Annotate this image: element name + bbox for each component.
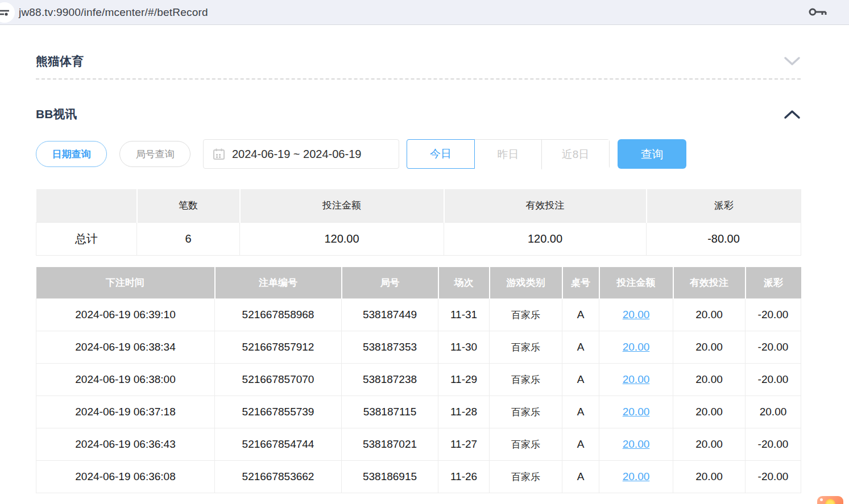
cell-payout: -20.00 <box>746 299 801 331</box>
yesterday-button[interactable]: 昨日 <box>475 140 542 169</box>
chevron-up-icon[interactable] <box>784 109 801 119</box>
cell-session: 11-29 <box>438 364 490 396</box>
section-title-panda: 熊猫体育 <box>36 53 84 69</box>
cell-bet-amount: 20.00 <box>599 461 673 493</box>
cell-bet-id: 521667853662 <box>215 461 342 493</box>
header-game-type: 游戏类别 <box>490 267 562 299</box>
header-bet-amount: 投注金额 <box>599 267 673 299</box>
cell-valid-bet: 20.00 <box>673 331 746 364</box>
cell-bet-id: 521667857070 <box>215 364 342 396</box>
header-bet-id: 注单编号 <box>215 267 342 299</box>
cell-bet-amount: 20.00 <box>599 331 673 364</box>
password-key-icon[interactable] <box>808 6 827 20</box>
header-session: 场次 <box>438 267 490 299</box>
cell-bet-time: 2024-06-19 06:38:00 <box>36 364 215 396</box>
date-query-tab[interactable]: 日期查询 <box>36 141 107 167</box>
table-row: 2024-06-19 06:37:18 521667855739 5381871… <box>36 396 801 428</box>
cell-session: 11-28 <box>438 396 490 428</box>
cell-session: 11-27 <box>438 428 490 461</box>
bet-record-page: 熊猫体育 BB视讯 日期查询 局号查询 2024-06-19 ~ 2024-06… <box>0 25 836 493</box>
bet-amount-link[interactable]: 20.00 <box>623 309 650 320</box>
cell-round-number: 538187238 <box>342 364 438 396</box>
date-range-value: 2024-06-19 ~ 2024-06-19 <box>232 148 361 161</box>
section-bb-video: BB视讯 <box>36 80 801 125</box>
section-title-bb: BB视讯 <box>36 106 77 122</box>
search-button[interactable]: 查询 <box>618 139 686 169</box>
cell-game-type: 百家乐 <box>490 428 562 461</box>
date-range-picker[interactable]: 2024-06-19 ~ 2024-06-19 <box>203 139 399 169</box>
cell-bet-amount: 20.00 <box>599 396 673 428</box>
header-table-number: 桌号 <box>562 267 599 299</box>
cell-bet-id: 521667857912 <box>215 331 342 364</box>
summary-header-bet-amount: 投注金额 <box>240 189 444 222</box>
cell-game-type: 百家乐 <box>490 331 562 364</box>
last-8-days-button[interactable]: 近8日 <box>542 140 609 169</box>
bet-amount-link[interactable]: 20.00 <box>623 341 650 353</box>
calendar-icon <box>213 148 225 160</box>
cell-table-number: A <box>562 396 599 428</box>
round-query-tab[interactable]: 局号查询 <box>119 141 190 167</box>
cell-bet-time: 2024-06-19 06:39:10 <box>36 299 215 331</box>
summary-total-valid-bet: 120.00 <box>444 222 647 255</box>
cell-valid-bet: 20.00 <box>673 461 746 493</box>
cell-round-number: 538187449 <box>342 299 438 331</box>
tune-icon <box>0 6 11 19</box>
cell-payout: -20.00 <box>746 364 801 396</box>
cell-bet-id: 521667858968 <box>215 299 342 331</box>
summary-header-payout: 派彩 <box>647 189 801 222</box>
cell-bet-amount: 20.00 <box>599 364 673 396</box>
cell-session: 11-31 <box>438 299 490 331</box>
cell-table-number: A <box>562 331 599 364</box>
chevron-down-icon[interactable] <box>784 56 801 66</box>
cell-valid-bet: 20.00 <box>673 428 746 461</box>
bet-amount-link[interactable]: 20.00 <box>623 406 650 418</box>
cell-payout: -20.00 <box>746 428 801 461</box>
cell-table-number: A <box>562 428 599 461</box>
bet-amount-link[interactable]: 20.00 <box>623 470 650 482</box>
summary-total-label: 总计 <box>36 222 137 255</box>
cell-table-number: A <box>562 364 599 396</box>
table-row: 2024-06-19 06:38:34 521667857912 5381873… <box>36 331 801 364</box>
cell-table-number: A <box>562 461 599 493</box>
cell-game-type: 百家乐 <box>490 299 562 331</box>
cell-round-number: 538187021 <box>342 428 438 461</box>
cell-valid-bet: 20.00 <box>673 396 746 428</box>
cell-bet-amount: 20.00 <box>599 299 673 331</box>
today-button[interactable]: 今日 <box>407 139 475 169</box>
site-settings-button[interactable] <box>0 2 15 23</box>
cell-valid-bet: 20.00 <box>673 299 746 331</box>
header-valid-bet: 有效投注 <box>673 267 746 299</box>
bet-amount-link[interactable]: 20.00 <box>623 373 650 385</box>
cell-bet-time: 2024-06-19 06:37:18 <box>36 396 215 428</box>
coin-icon <box>825 499 835 504</box>
floating-promo-button[interactable] <box>817 496 843 504</box>
summary-total-count: 6 <box>137 222 240 255</box>
bet-records-table: 下注时间 注单编号 局号 场次 游戏类别 桌号 投注金额 有效投注 派彩 202… <box>36 267 801 494</box>
url-input[interactable]: jw88.tv:9900/infe/mcenter/#/betRecord <box>19 6 208 19</box>
cell-bet-amount: 20.00 <box>599 428 673 461</box>
summary-header-valid-bet: 有效投注 <box>444 189 647 222</box>
spark-dot <box>820 498 823 501</box>
summary-table: 笔数 投注金额 有效投注 派彩 总计 6 120.00 120.00 -80.0… <box>36 189 801 256</box>
bet-amount-link[interactable]: 20.00 <box>623 438 650 450</box>
table-row: 2024-06-19 06:36:43 521667854744 5381870… <box>36 428 801 461</box>
header-payout: 派彩 <box>746 267 801 299</box>
cell-game-type: 百家乐 <box>490 396 562 428</box>
table-row: 2024-06-19 06:38:00 521667857070 5381872… <box>36 364 801 396</box>
cell-round-number: 538187115 <box>342 396 438 428</box>
cell-session: 11-26 <box>438 461 490 493</box>
cell-session: 11-30 <box>438 331 490 364</box>
summary-total-bet-amount: 120.00 <box>240 222 444 255</box>
header-round-number: 局号 <box>342 267 438 299</box>
cell-payout: -20.00 <box>746 331 801 364</box>
summary-total-payout: -80.00 <box>647 222 801 255</box>
summary-header-row: 笔数 投注金额 有效投注 派彩 <box>36 189 801 222</box>
filter-toolbar: 日期查询 局号查询 2024-06-19 ~ 2024-06-19 今日 昨日 … <box>36 139 836 169</box>
summary-header-blank <box>36 189 137 222</box>
cell-payout: -20.00 <box>746 461 801 493</box>
browser-address-bar: jw88.tv:9900/infe/mcenter/#/betRecord <box>0 0 849 25</box>
cell-valid-bet: 20.00 <box>673 364 746 396</box>
cell-round-number: 538187353 <box>342 331 438 364</box>
cell-bet-id: 521667855739 <box>215 396 342 428</box>
quick-range-group: 今日 昨日 近8日 <box>407 139 610 169</box>
